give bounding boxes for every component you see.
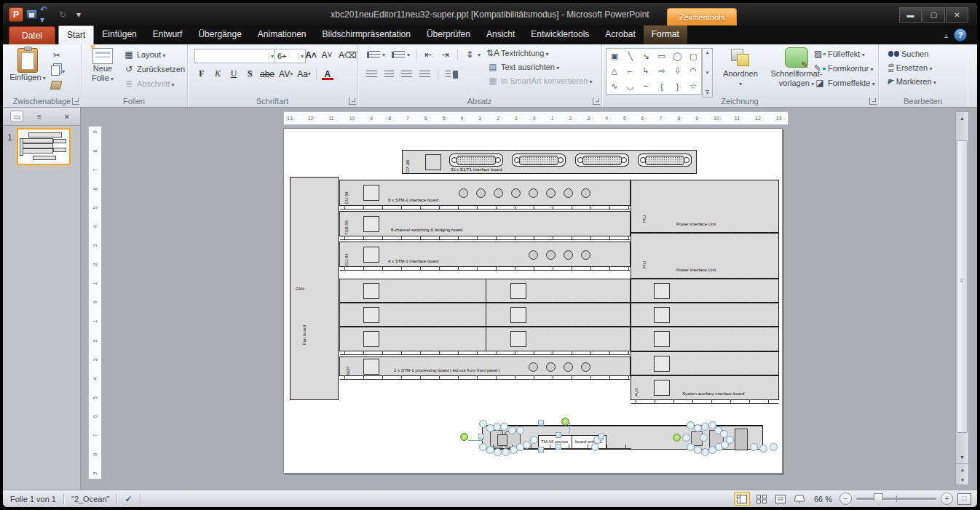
tab-einfügen[interactable]: Einfügen [94,25,144,44]
decrease-indent-icon[interactable]: ⇤ [422,49,434,60]
tab-format[interactable]: Format [644,25,687,44]
align-center-icon[interactable] [384,71,394,79]
find-button[interactable]: Suchen [888,49,936,58]
layout-button[interactable]: ▦Layout [123,49,185,60]
close-pane-icon[interactable]: ✕ [61,111,73,121]
arrange-button[interactable]: Anordnen [718,49,763,89]
change-case-button[interactable]: Aa [296,68,312,80]
previous-slide-icon[interactable]: ▲ [956,464,968,474]
italic-button[interactable]: K [210,68,225,80]
sep-square[interactable] [363,359,379,375]
clipboard-dialog-launcher[interactable] [72,97,79,105]
selection-handle-circle[interactable] [700,434,708,442]
textbox-shape-icon[interactable]: ▣ [606,49,623,64]
shape-row-sep[interactable]: SEP 2 x STM-1 processing board ( led out… [339,356,631,376]
tab-acrobat[interactable]: Acrobat [597,25,643,44]
slide-thumbnail-item[interactable]: 1 [7,128,71,165]
scrollbar-track[interactable] [957,124,968,451]
zoom-in-button[interactable]: + [941,493,953,505]
slot-square[interactable] [654,307,670,323]
selection-handle-circle[interactable] [694,424,702,432]
selection-handle-circle[interactable] [591,443,599,451]
clear-formatting-icon[interactable]: A⌫ [337,49,358,61]
shadow-button[interactable]: S [242,68,257,80]
selection-handle-circle[interactable] [479,443,487,451]
shape-effects-button[interactable]: ◪Formeffekte [814,78,875,88]
reading-view-button[interactable] [773,493,788,505]
convert-smartart-button[interactable]: ▦In SmartArt konvertieren [487,76,592,86]
zoom-out-button[interactable]: − [839,493,852,505]
shapes-gallery-scrollbar[interactable]: ▲▼▼ [702,48,713,97]
bullets-button[interactable] [366,51,385,59]
tsb08-square[interactable] [363,216,379,232]
slot-square[interactable] [510,331,526,347]
customize-quick-access-icon[interactable]: ▾ [72,9,85,20]
align-left-icon[interactable] [366,71,377,79]
selection-handle-circle[interactable] [523,441,531,449]
character-spacing-button[interactable]: AV [277,68,294,80]
text-direction-button[interactable]: ⇅ATextrichtung [487,48,592,58]
fit-to-window-button[interactable]: ⛶ [957,493,971,505]
maximize-button[interactable]: ▢ [922,7,945,23]
slot-square[interactable] [363,283,379,299]
selection-handle-circle[interactable] [750,443,758,451]
selection-handle-circle[interactable] [502,448,510,456]
selection-handle-circle[interactable] [726,436,734,444]
shape-left-wall[interactable]: FAN Fan board [290,177,339,400]
paragraph-dialog-launcher[interactable] [593,97,600,105]
scribble-shape-icon[interactable]: ∿ [606,79,623,94]
select-button[interactable]: ◤Markieren [888,77,936,86]
tab-bildschirmpräsentation[interactable]: Bildschirmpräsentation [315,25,419,44]
selection-handle-circle[interactable] [479,420,487,428]
scroll-up-icon[interactable]: ▲ [956,112,968,124]
selection-handle-square[interactable] [538,447,544,453]
slide-canvas[interactable]: D7-2B 32 x E1/T1 interface board FAN Fan… [283,128,783,474]
columns-button[interactable] [446,71,456,79]
grow-font-icon[interactable]: A˄ [304,49,318,61]
selection-handle-circle[interactable] [682,434,690,442]
down-arrow-shape-icon[interactable]: ⇩ [670,64,686,79]
tab-animationen[interactable]: Animationen [250,25,315,44]
align-text-button[interactable]: ▤Text ausrichten [487,62,592,72]
aux-square[interactable] [654,380,670,396]
slideshow-view-button[interactable] [792,493,807,505]
copy-button[interactable] [51,65,65,76]
tab-überprüfen[interactable]: Überprüfen [419,25,478,44]
selection-handle-square[interactable] [556,444,561,450]
new-slide-button[interactable]: Neue Folie [87,48,119,84]
slot-square[interactable] [510,307,526,323]
paste-button[interactable]: Einfügen [9,48,47,83]
slide-indicator[interactable]: Folie 1 von 1 [3,490,63,507]
slides-tab-icon[interactable]: ▭ [10,111,23,122]
shape-right-slot-2[interactable] [631,303,779,327]
help-icon[interactable]: ? [954,28,967,41]
tab-übergänge[interactable]: Übergänge [190,25,249,44]
zoom-level[interactable]: 66 % [814,495,832,503]
shape-right-slot-1[interactable] [631,279,779,303]
gallery-up-icon[interactable]: ▲ [706,50,710,55]
star-shape-icon[interactable]: ☆ [685,79,701,94]
redo-icon[interactable]: ↻ [56,9,69,20]
selection-handle-circle[interactable] [687,421,695,429]
font-color-button[interactable]: A [320,68,335,80]
cloud-shape-icon[interactable]: ◠ [685,64,701,79]
shape-top-connector-board[interactable]: D7-2B 32 x E1/T1 interface board [402,150,697,174]
selection-handle-circle[interactable] [494,448,502,456]
selection-handle-circle[interactable] [500,423,508,431]
shape-row-eu04[interactable]: EU 04 4 x STM-1 interface board [339,242,631,267]
shape-outline-button[interactable]: ✎Formkontur [814,63,874,73]
theme-name[interactable]: "2_Ocean" [64,490,116,507]
tab-datei[interactable]: Datei [9,26,55,44]
zoom-slider[interactable] [856,498,936,500]
line-shape-icon[interactable]: ╲ [623,49,639,64]
strikethrough-button[interactable]: abe [258,68,276,80]
undo-icon[interactable]: ↶ ▾ [40,9,53,20]
increase-indent-icon[interactable]: ⇥ [440,49,451,60]
rectangle-shape-icon[interactable]: ▭ [654,49,670,64]
rotation-handle[interactable] [673,434,681,442]
right-brace-shape-icon[interactable]: } [670,79,686,94]
shape-right-slot-3[interactable] [631,327,779,351]
left-brace-shape-icon[interactable]: { [654,79,670,94]
top-board-square[interactable] [425,154,441,170]
selection-handle-square[interactable] [478,434,484,439]
